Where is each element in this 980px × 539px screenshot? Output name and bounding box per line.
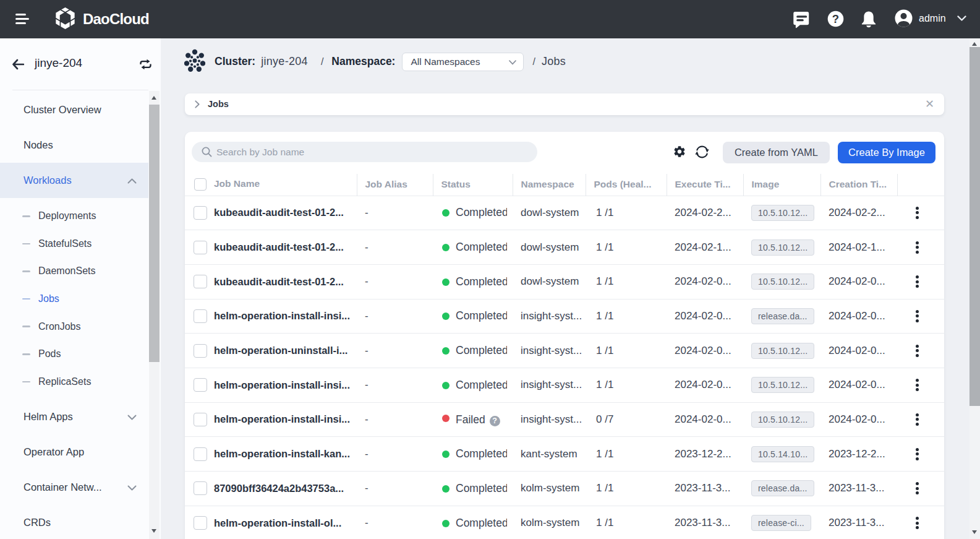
svg-text:?: ? xyxy=(832,12,839,25)
